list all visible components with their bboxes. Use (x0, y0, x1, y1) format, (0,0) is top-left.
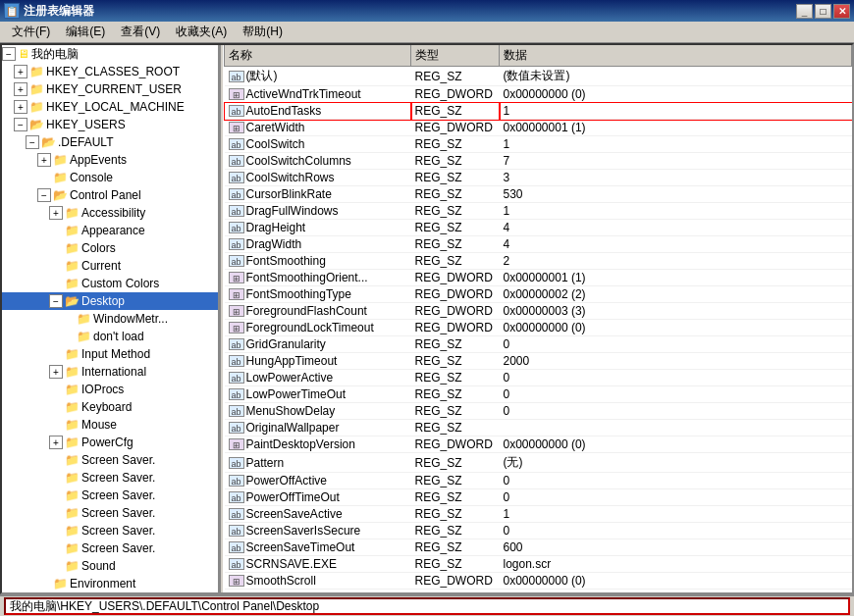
tree-item-default[interactable]: −📂.DEFAULT (2, 133, 218, 151)
menu-edit[interactable]: 编辑(E) (58, 22, 113, 42)
folder-icon: 📁 (77, 330, 91, 343)
folder-icon: 📁 (29, 100, 44, 114)
table-row[interactable]: abPatternREG_SZ(无) (225, 453, 852, 473)
tree-label: Custom Colors (81, 277, 159, 290)
tree-item-ioprocs[interactable]: 📁IOProcs (2, 381, 218, 398)
tree-item-hkcr[interactable]: +📁HKEY_CLASSES_ROOT (2, 63, 218, 80)
menu-favorites[interactable]: 收藏夹(A) (168, 22, 235, 42)
expand-icon[interactable]: + (14, 65, 27, 78)
tree-item-desktop[interactable]: −📂Desktop (2, 292, 218, 310)
value-type-icon: ab (229, 405, 244, 417)
close-button[interactable]: ✕ (833, 4, 850, 19)
tree-item-mouse[interactable]: 📁Mouse (2, 416, 218, 434)
table-row[interactable]: abCoolSwitchColumnsREG_SZ7 (225, 153, 852, 170)
cell-name: abOriginalWallpaper (225, 420, 411, 436)
cell-type: REG_SZ (411, 386, 500, 403)
tree-item-accessibility[interactable]: +📁Accessibility (2, 204, 218, 222)
tree-item-screensaver5[interactable]: 📁Screen Saver. (2, 522, 218, 539)
table-row[interactable]: ab(默认)REG_SZ(数值未设置) (225, 67, 852, 86)
tree-item-screensaver4[interactable]: 📁Screen Saver. (2, 504, 218, 522)
tree-item-dontload[interactable]: 📁don't load (2, 328, 218, 345)
table-row[interactable]: abPowerOffActiveREG_SZ0 (225, 473, 852, 489)
table-row[interactable]: abDragWidthREG_SZ4 (225, 236, 852, 253)
value-type-icon: ab (229, 238, 244, 250)
tree-item-customcolors[interactable]: 📁Custom Colors (2, 275, 218, 292)
expand-icon[interactable]: − (14, 118, 27, 131)
maximize-button[interactable]: □ (815, 4, 831, 19)
table-row[interactable]: abAutoEndTasksREG_SZ1 (225, 103, 852, 120)
expand-icon[interactable]: − (49, 294, 63, 308)
tree-item-windowmetrics[interactable]: 📁WindowMetr... (2, 310, 218, 328)
expand-icon[interactable]: + (14, 82, 27, 96)
table-row[interactable]: abScreenSaveActiveREG_SZ1 (225, 506, 852, 523)
table-row[interactable]: ⊞CaretWidthREG_DWORD0x00000001 (1) (225, 120, 852, 136)
table-row[interactable]: abFontSmoothingREG_SZ2 (225, 253, 852, 270)
table-row[interactable]: abMenuShowDelayREG_SZ0 (225, 403, 852, 420)
expand-icon[interactable]: − (37, 188, 51, 202)
tree-item-inputmethod[interactable]: 📁Input Method (2, 345, 218, 363)
table-row[interactable]: abDragHeightREG_SZ4 (225, 220, 852, 236)
table-row[interactable]: abCoolSwitchRowsREG_SZ3 (225, 170, 852, 186)
cell-name: ⊞CaretWidth (225, 120, 411, 136)
tree-item-colors[interactable]: 📁Colors (2, 239, 218, 257)
tree-item-hkcu[interactable]: +📁HKEY_CURRENT_USER (2, 80, 218, 98)
expand-icon[interactable]: − (2, 47, 16, 61)
tree-item-screensaver2[interactable]: 📁Screen Saver. (2, 469, 218, 487)
tree-item-screensaver1[interactable]: 📁Screen Saver. (2, 451, 218, 469)
table-row[interactable]: ⊞ActiveWndTrkTimeoutREG_DWORD0x00000000 … (225, 86, 852, 103)
menu-view[interactable]: 查看(V) (113, 22, 168, 42)
table-row[interactable]: ⊞FontSmoothingTypeREG_DWORD0x00000002 (2… (225, 286, 852, 303)
table-row[interactable]: abScreenSaveTimeOutREG_SZ600 (225, 539, 852, 556)
table-row[interactable]: abCursorBlinkRateREG_SZ530 (225, 186, 852, 203)
tree-label: International (81, 365, 146, 379)
table-row[interactable]: abLowPowerActiveREG_SZ0 (225, 370, 852, 386)
expand-icon[interactable]: + (37, 153, 51, 167)
table-row[interactable]: abScreenSaverIsSecureREG_SZ0 (225, 523, 852, 539)
cell-data: 4 (500, 236, 852, 253)
table-row[interactable]: ⊞ForegroundLockTimeoutREG_DWORD0x0000000… (225, 320, 852, 336)
value-name: CaretWidth (246, 121, 305, 134)
table-row[interactable]: abGridGranularityREG_SZ0 (225, 336, 852, 353)
table-row[interactable]: ⊞SmoothScrollREG_DWORD0x00000000 (0) (225, 573, 852, 590)
table-row[interactable]: abCoolSwitchREG_SZ1 (225, 136, 852, 153)
tree-item-international[interactable]: +📁International (2, 363, 218, 381)
expand-icon[interactable]: + (49, 206, 63, 220)
tree-item-appearance[interactable]: 📁Appearance (2, 222, 218, 239)
minimize-button[interactable]: _ (796, 4, 813, 19)
tree-item-screensaver6[interactable]: 📁Screen Saver. (2, 539, 218, 557)
table-row[interactable]: abDragFullWindowsREG_SZ1 (225, 203, 852, 220)
table-row[interactable]: abSCRNSAVE.EXEREG_SZlogon.scr (225, 556, 852, 573)
tree-item-environment[interactable]: 📁Environment (2, 575, 218, 592)
tree-item-sound[interactable]: 📁Sound (2, 557, 218, 575)
expand-icon[interactable]: + (49, 365, 63, 379)
tree-item-powercfg[interactable]: +📁PowerCfg (2, 434, 218, 451)
table-row[interactable]: ⊞PaintDesktopVersionREG_DWORD0x00000000 … (225, 436, 852, 453)
registry-tree[interactable]: −🖥我的电脑+📁HKEY_CLASSES_ROOT+📁HKEY_CURRENT_… (2, 45, 220, 592)
cell-name: ⊞ForegroundFlashCount (225, 303, 411, 320)
tree-item-screensaver3[interactable]: 📁Screen Saver. (2, 487, 218, 504)
tree-item-keyboard[interactable]: 📁Keyboard (2, 398, 218, 416)
tree-item-hklm[interactable]: +📁HKEY_LOCAL_MACHINE (2, 98, 218, 116)
tree-item-console[interactable]: 📁Console (2, 169, 218, 186)
cell-name: abHungAppTimeout (225, 353, 411, 370)
tree-item-mypc[interactable]: −🖥我的电脑 (2, 45, 218, 63)
expand-icon[interactable]: − (26, 135, 39, 149)
expand-icon[interactable]: + (49, 436, 63, 449)
cell-type: REG_DWORD (411, 320, 500, 336)
tree-label: AppEvents (70, 153, 127, 167)
table-row[interactable]: abPowerOffTimeOutREG_SZ0 (225, 489, 852, 506)
menu-file[interactable]: 文件(F) (4, 22, 58, 42)
table-row[interactable]: abHungAppTimeoutREG_SZ2000 (225, 353, 852, 370)
tree-item-controlpanel[interactable]: −📂Control Panel (2, 186, 218, 204)
tree-item-appevents[interactable]: +📁AppEvents (2, 151, 218, 169)
tree-item-current[interactable]: 📁Current (2, 257, 218, 275)
table-row[interactable]: ⊞ForegroundFlashCountREG_DWORD0x00000003… (225, 303, 852, 320)
tree-item-hku[interactable]: −📂HKEY_USERS (2, 116, 218, 133)
table-row[interactable]: abOriginalWallpaperREG_SZ (225, 420, 852, 436)
menu-help[interactable]: 帮助(H) (235, 22, 291, 42)
table-row[interactable]: ⊞FontSmoothingOrient...REG_DWORD0x000000… (225, 270, 852, 286)
table-row[interactable]: abLowPowerTimeOutREG_SZ0 (225, 386, 852, 403)
cell-name: ab(默认) (225, 67, 411, 86)
expand-icon[interactable]: + (14, 100, 27, 114)
registry-values-pane[interactable]: 名称 类型 数据 ab(默认)REG_SZ(数值未设置)⊞ActiveWndTr… (224, 45, 852, 592)
